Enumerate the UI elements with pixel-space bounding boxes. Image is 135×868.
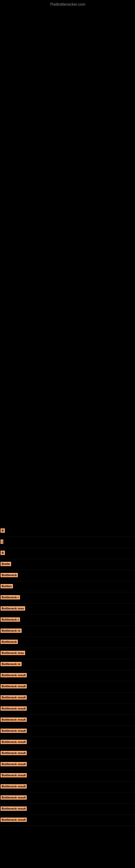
result-row-22: Bottleneck result <box>0 759 135 770</box>
result-label-container-16: Bottleneck result <box>0 694 27 702</box>
result-row-4: Bottle <box>0 559 135 570</box>
result-row-27: Bottleneck result <box>0 815 135 826</box>
bottleneck-label-27: Bottleneck result <box>1 817 27 822</box>
bottleneck-label-4: Bottle <box>1 562 11 566</box>
bottleneck-label-17: Bottleneck result <box>1 706 27 711</box>
result-label-container-13: Bottleneck re <box>0 661 21 669</box>
result-row-21: Bottleneck result <box>0 748 135 759</box>
result-label-container-8: Bottleneck resu <box>0 605 25 613</box>
bottleneck-label-14: Bottleneck result <box>1 673 27 677</box>
result-row-6: Bottlen <box>0 581 135 592</box>
result-label-container-27: Bottleneck result <box>0 816 27 824</box>
bottleneck-label-25: Bottleneck result <box>1 795 27 800</box>
bottleneck-label-6: Bottlen <box>1 584 13 588</box>
result-label-container-10: Bottleneck re <box>0 627 21 635</box>
result-label-container-19: Bottleneck result <box>0 727 27 735</box>
result-label-container-21: Bottleneck result <box>0 750 27 757</box>
result-row-13: Bottleneck re <box>0 659 135 670</box>
result-row-9: Bottleneck r <box>0 615 135 626</box>
bottleneck-label-12: Bottleneck resu <box>1 651 25 655</box>
result-row-23: Bottleneck result <box>0 770 135 781</box>
result-label-container-7: Bottleneck r <box>0 594 20 601</box>
bottleneck-label-21: Bottleneck result <box>1 751 27 755</box>
result-label-container-23: Bottleneck result <box>0 772 27 780</box>
bottleneck-label-10: Bottleneck re <box>1 628 21 633</box>
result-row-25: Bottleneck result <box>0 793 135 804</box>
results-section: B | B Bottle Bottleneck Bottlen Bottlene… <box>0 523 135 826</box>
result-label-container-4: Bottle <box>0 561 11 568</box>
result-label-container-6: Bottlen <box>0 583 13 590</box>
result-label-container-2: | <box>0 538 3 546</box>
result-row-19: Bottleneck result <box>0 726 135 737</box>
bottleneck-label-5: Bottleneck <box>1 573 18 577</box>
result-row-8: Bottleneck resu <box>0 603 135 615</box>
site-title-bar: TheBottlenecker.com <box>0 0 135 8</box>
bottleneck-label-13: Bottleneck re <box>1 662 21 666</box>
bottleneck-label-3: B <box>1 551 5 555</box>
result-label-container-1: B <box>0 527 5 535</box>
bottleneck-label-26: Bottleneck result <box>1 806 27 811</box>
result-row-12: Bottleneck resu <box>0 648 135 659</box>
result-label-container-15: Bottleneck result <box>0 683 27 691</box>
result-label-container-14: Bottleneck result <box>0 672 27 680</box>
result-row-5: Bottleneck <box>0 570 135 581</box>
result-row-26: Bottleneck result <box>0 804 135 815</box>
result-label-container-22: Bottleneck result <box>0 761 27 769</box>
bottleneck-label-7: Bottleneck r <box>1 595 20 599</box>
result-label-container-26: Bottleneck result <box>0 805 27 813</box>
result-row-16: Bottleneck result <box>0 692 135 704</box>
result-row-7: Bottleneck r <box>0 592 135 603</box>
result-row-11: Bottleneck <box>0 637 135 648</box>
chart-area <box>0 8 135 523</box>
result-row-10: Bottleneck re <box>0 626 135 637</box>
bottleneck-label-1: B <box>1 528 5 533</box>
result-row-14: Bottleneck result <box>0 670 135 681</box>
result-label-container-11: Bottleneck <box>0 639 18 646</box>
result-row-17: Bottleneck result <box>0 704 135 715</box>
bottleneck-label-9: Bottleneck r <box>1 617 20 622</box>
result-row-20: Bottleneck result <box>0 737 135 748</box>
bottleneck-label-20: Bottleneck result <box>1 740 27 744</box>
result-row-15: Bottleneck result <box>0 681 135 692</box>
result-label-container-9: Bottleneck r <box>0 616 20 624</box>
bottleneck-label-19: Bottleneck result <box>1 728 27 733</box>
bottleneck-label-11: Bottleneck <box>1 640 18 644</box>
result-label-container-17: Bottleneck result <box>0 705 27 713</box>
result-label-container-3: B <box>0 550 5 557</box>
bottleneck-label-24: Bottleneck result <box>1 784 27 788</box>
bottleneck-label-18: Bottleneck result <box>1 717 27 722</box>
result-label-container-20: Bottleneck result <box>0 739 27 746</box>
result-row-24: Bottleneck result <box>0 781 135 793</box>
bottleneck-label-2: | <box>1 539 3 544</box>
site-title: TheBottlenecker.com <box>50 2 85 6</box>
bottleneck-label-16: Bottleneck result <box>1 695 27 700</box>
bottleneck-label-22: Bottleneck result <box>1 762 27 766</box>
bottleneck-label-15: Bottleneck result <box>1 684 27 688</box>
bottleneck-label-23: Bottleneck result <box>1 773 27 777</box>
bottleneck-label-8: Bottleneck resu <box>1 606 25 611</box>
result-row-1: B <box>0 526 135 537</box>
result-row-2: | <box>0 537 135 548</box>
result-label-container-12: Bottleneck resu <box>0 650 25 657</box>
result-label-container-18: Bottleneck result <box>0 716 27 724</box>
result-label-container-25: Bottleneck result <box>0 794 27 802</box>
result-label-container-5: Bottleneck <box>0 572 18 579</box>
result-row-3: B <box>0 548 135 559</box>
result-label-container-24: Bottleneck result <box>0 783 27 791</box>
result-row-18: Bottleneck result <box>0 715 135 726</box>
